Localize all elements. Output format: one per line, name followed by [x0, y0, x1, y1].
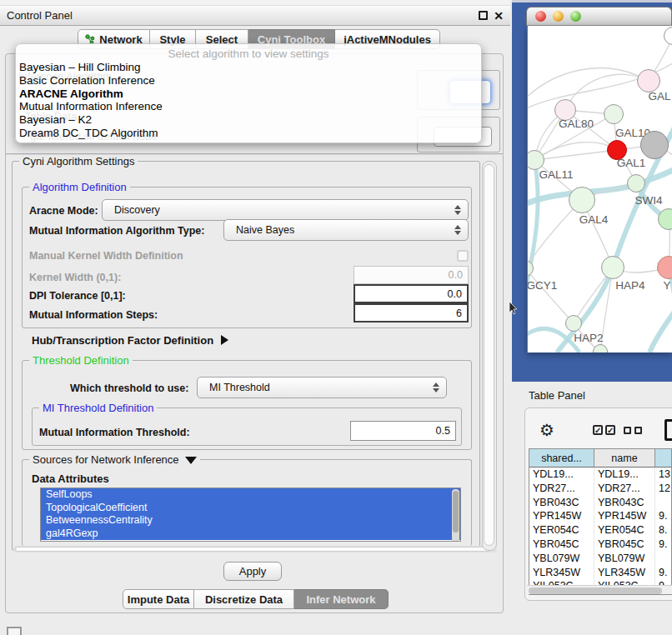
table-cell: YBR043C: [594, 496, 655, 510]
table-cell: 8.: [655, 523, 672, 538]
node-label: HAP2: [574, 332, 603, 344]
settings-hscrollbar[interactable]: [13, 546, 497, 552]
algorithm-option[interactable]: Mutual Information Inference: [16, 100, 481, 113]
table-cell: YPR145W: [529, 509, 594, 523]
sources-title-text: Sources for Network Inference: [33, 453, 179, 466]
mi-threshold-group-title: MI Threshold Definition: [39, 402, 157, 414]
network-node-gal4[interactable]: [569, 187, 595, 213]
table-cell: YBL079W: [529, 552, 594, 566]
tab-impute-data[interactable]: Impute Data: [123, 589, 194, 609]
combo-stepper-icon: [433, 382, 439, 392]
network-node-hap4[interactable]: [601, 256, 624, 279]
close-panel-icon[interactable]: ✕: [494, 10, 504, 22]
table-cell: [655, 496, 672, 510]
algorithm-option[interactable]: Dream8 DC_TDC Algorithm: [16, 127, 481, 140]
mi-threshold-input[interactable]: 0.5: [350, 421, 456, 441]
network-canvas[interactable]: GALGAL80GAL10GAL1GAL11SWI4GAL4GCY1HAP4YH…: [527, 26, 672, 352]
mi-type-select[interactable]: Naive Bayes: [223, 219, 469, 241]
float-panel-icon[interactable]: [479, 11, 488, 20]
minimized-panel-icon[interactable]: [7, 627, 22, 635]
tab-discretize-data[interactable]: Discretize Data: [194, 589, 294, 609]
attribute-item[interactable]: gal4RGexp: [41, 528, 460, 541]
settings-vscrollbar[interactable]: [482, 161, 497, 551]
node-label: GAL1: [617, 157, 646, 169]
collapse-down-icon: [185, 457, 197, 464]
table-row[interactable]: YPR145WYPR145W9.: [529, 509, 671, 523]
algorithm-option[interactable]: Basic Correlation Inference: [16, 74, 481, 88]
control-panel-title: Control Panel: [7, 9, 73, 22]
node-label: Y: [663, 279, 670, 292]
dpi-tolerance-input[interactable]: 0.0: [354, 284, 469, 303]
table-row[interactable]: YDL19...YDL19...13: [529, 468, 671, 482]
node-label: GAL4: [579, 213, 609, 226]
table-hscrollbar[interactable]: [527, 585, 672, 594]
algorithm-definition-title: Algorithm Definition: [29, 181, 130, 193]
table-panel-title: Table Panel: [529, 389, 585, 402]
gear-icon[interactable]: ⚙: [539, 421, 554, 439]
algorithm-option[interactable]: Bayesian – K2: [16, 113, 481, 127]
apply-button[interactable]: Apply: [223, 562, 282, 581]
table-row[interactable]: YBR045CYBR045C9.: [529, 538, 671, 552]
mi-steps-input[interactable]: 6: [354, 303, 469, 322]
top-strip: [0, 0, 510, 6]
data-attributes-list[interactable]: SelfLoopsTopologicalCoefficientBetweenne…: [40, 488, 461, 542]
hub-definition-toggle[interactable]: Hub/Transcription Factor Definition: [32, 334, 228, 347]
algorithm-option[interactable]: ARACNE Algorithm: [16, 88, 481, 101]
network-window-titlebar[interactable]: [526, 7, 672, 26]
sources-group-title[interactable]: Sources for Network Inference: [29, 453, 200, 466]
close-light-icon[interactable]: [535, 11, 546, 22]
dpi-tolerance-label: DPI Tolerance [0,1]:: [29, 290, 126, 302]
combo-stepper-icon: [454, 205, 461, 215]
attribute-item[interactable]: TopologicalCoefficient: [41, 502, 460, 515]
table-cell: 13: [655, 468, 672, 482]
table-cell: 9.: [655, 509, 672, 523]
node-label: HAP4: [615, 279, 644, 292]
table-row[interactable]: YER054CYER054C8.: [529, 523, 671, 538]
attribute-item[interactable]: BetweennessCentrality: [41, 514, 460, 528]
select-all-columns-icon[interactable]: ✓✓: [593, 425, 615, 435]
network-node[interactable]: [640, 131, 669, 159]
unselect-all-columns-icon[interactable]: [624, 427, 642, 434]
table-cell: YDL19...: [594, 468, 655, 482]
new-column-icon[interactable]: [664, 419, 672, 441]
algorithm-option[interactable]: Bayesian – Hill Climbing: [16, 61, 481, 74]
column-header[interactable]: [655, 449, 672, 468]
kernel-width-input[interactable]: 0.0: [354, 266, 469, 284]
list-scrollbar[interactable]: [452, 489, 459, 542]
manual-kernel-checkbox[interactable]: [457, 250, 469, 262]
network-node-gal10[interactable]: [604, 104, 624, 124]
kernel-width-label: Kernel Width (0,1):: [29, 272, 121, 283]
table-row[interactable]: YBL079WYBL079W: [529, 552, 671, 566]
node-label: GAL: [648, 90, 670, 102]
zoom-light-icon[interactable]: [570, 11, 581, 22]
node-label: GAL11: [539, 168, 573, 181]
which-threshold-label: Which threshold to use:: [70, 382, 188, 394]
table-cell: YBL079W: [594, 552, 655, 566]
data-attributes-label: Data Attributes: [32, 472, 109, 485]
column-header[interactable]: name: [594, 449, 655, 468]
expand-right-icon: [221, 335, 228, 345]
table-cell: YLR345W: [594, 566, 655, 580]
table-cell: YPR145W: [594, 509, 655, 523]
minimize-light-icon[interactable]: [553, 11, 564, 22]
table-row[interactable]: YLR345WYLR345W9.: [529, 566, 671, 580]
network-node-swi4[interactable]: [627, 174, 645, 192]
table-row[interactable]: YBR043CYBR043C: [529, 496, 671, 510]
aracne-mode-select[interactable]: Discovery: [102, 199, 469, 221]
aracne-mode-label: Aracne Mode:: [29, 205, 98, 217]
mi-steps-label: Mutual Information Steps:: [29, 309, 158, 321]
mi-type-label: Mutual Information Algorithm Type:: [29, 225, 204, 237]
network-node-gal[interactable]: [637, 69, 660, 92]
column-header[interactable]: shared...: [529, 449, 594, 468]
node-table: shared...name YDL19...YDL19...13YDR27...…: [529, 448, 672, 595]
threshold-definition-title: Threshold Definition: [29, 354, 133, 367]
which-threshold-select[interactable]: MI Threshold: [197, 377, 447, 398]
network-node-hap2[interactable]: [565, 315, 582, 332]
tab-label: Impute Data: [128, 593, 189, 606]
attribute-item[interactable]: SelfLoops: [41, 488, 460, 502]
table-row[interactable]: YDR27...YDR27...12: [529, 482, 671, 496]
table-cell: YDR27...: [529, 482, 594, 496]
mi-threshold-label: Mutual Information Threshold:: [39, 427, 190, 438]
desktop-top-edge: [512, 0, 672, 2]
tab-infer-network[interactable]: Infer Network: [294, 589, 389, 609]
